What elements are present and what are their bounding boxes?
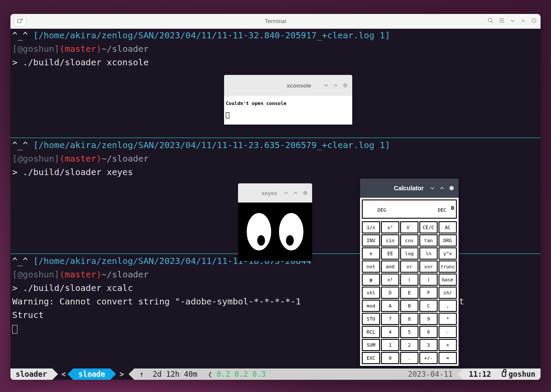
calc-btn-drg[interactable]: DRG	[439, 234, 457, 247]
calc-btn-3[interactable]: 3	[419, 339, 438, 351]
svg-point-7	[343, 83, 347, 88]
calc-btn-[interactable]: ö`	[400, 221, 418, 233]
calc-btn-8[interactable]: 8	[400, 313, 418, 325]
calc-btn-[interactable]: ,	[439, 300, 457, 312]
display-value: 0	[451, 201, 454, 215]
svg-rect-0	[17, 19, 21, 23]
status-prev[interactable]: <	[58, 368, 68, 380]
separator-icon	[68, 368, 73, 380]
calculator-display: 0 DEG DEC	[362, 199, 457, 219]
calc-btn-trunc[interactable]: trunc	[439, 260, 457, 273]
calc-btn-shl[interactable]: shl	[362, 287, 380, 299]
calc-btn-sum[interactable]: SUM	[362, 339, 380, 351]
calc-btn-6[interactable]: 6	[419, 326, 438, 338]
calc-btn-x[interactable]: x!	[381, 274, 399, 286]
calc-btn-or[interactable]: or	[400, 260, 418, 273]
calc-btn-7[interactable]: 7	[381, 313, 399, 325]
calc-btn-4[interactable]: 4	[381, 326, 399, 338]
calc-btn-1[interactable]: 1	[381, 339, 399, 351]
calc-btn-[interactable]: (	[400, 274, 418, 286]
close-icon[interactable]	[449, 186, 454, 191]
xconsole-window[interactable]: xconsole Couldn't open console	[224, 75, 352, 125]
calc-btn-mod[interactable]: mod	[362, 300, 380, 312]
calc-btn-cos[interactable]: cos	[400, 234, 418, 247]
terminal-window: Terminal ^_^ [/home/akira/zenlog/SAN/202…	[10, 14, 541, 380]
menu-icon[interactable]	[499, 17, 505, 25]
chevron-up-icon[interactable]	[520, 18, 526, 25]
calc-btn-rcl[interactable]: RCL	[362, 326, 380, 338]
calc-btn-log[interactable]: log	[400, 247, 418, 260]
chevron-up-icon[interactable]	[293, 190, 298, 196]
calc-btn-xor[interactable]: xor	[419, 260, 438, 273]
chevron-up-icon[interactable]	[333, 83, 338, 88]
calc-btn-sto[interactable]: STO	[362, 313, 380, 325]
pane-3[interactable]: ^_^ [/home/akira/zenlog/SAN/2023/04/11/1…	[10, 254, 541, 369]
chevron-down-icon[interactable]	[510, 18, 515, 25]
xconsole-titlebar[interactable]: xconsole	[224, 75, 352, 96]
calc-btn-b[interactable]: B	[400, 300, 418, 312]
new-tab-button[interactable]	[14, 16, 26, 27]
calculator-window[interactable]: Calculator 0 DEG DEC 1/xx²ö`CE/CACINVsin…	[360, 179, 459, 366]
uptime-arrow-icon: ↑	[139, 368, 144, 380]
cwd: ~/sloader	[102, 269, 149, 280]
chevron-up-icon[interactable]	[439, 186, 445, 191]
calc-btn-yx[interactable]: y^x	[439, 247, 457, 260]
calc-btn-ln[interactable]: ln	[419, 247, 438, 260]
calc-btn-d[interactable]: D	[381, 287, 399, 299]
calc-btn-sin[interactable]: sin	[381, 234, 399, 247]
calc-btn-[interactable]: +	[439, 339, 457, 351]
close-icon[interactable]	[531, 17, 537, 25]
calc-btn-[interactable]: -	[439, 326, 457, 338]
calc-btn-[interactable]: .	[400, 352, 418, 364]
mode-dec: DEC	[438, 203, 446, 217]
calc-btn-e[interactable]: E	[400, 287, 418, 299]
host: @goshun	[17, 44, 54, 54]
status-session[interactable]: sloader	[10, 368, 52, 380]
chevron-down-icon[interactable]	[283, 190, 289, 196]
xeyes-window[interactable]: xeyes	[238, 183, 312, 261]
terminal-body[interactable]: ^_^ [/home/akira/zenlog/SAN/2023/04/11/1…	[10, 29, 541, 380]
calc-btn-ac[interactable]: AC	[439, 221, 457, 233]
log-num: 1	[380, 30, 385, 41]
calc-btn-e[interactable]: e	[362, 247, 380, 260]
pane-divider[interactable]	[10, 138, 541, 138]
status-next[interactable]: >	[116, 368, 128, 380]
calc-btn-shr[interactable]: shr	[439, 287, 457, 299]
calc-btn-tan[interactable]: tan	[419, 234, 438, 247]
calc-btn-and[interactable]: and	[381, 260, 399, 273]
prompt-face: ^_^	[12, 140, 28, 150]
status-window-active[interactable]: sloade	[73, 368, 110, 380]
search-icon[interactable]	[487, 17, 493, 25]
calc-btn-9[interactable]: 9	[419, 313, 438, 325]
calc-btn-p[interactable]: p	[362, 274, 380, 286]
calc-btn-cec[interactable]: CE/C	[419, 221, 438, 233]
xeyes-titlebar[interactable]: xeyes	[238, 183, 312, 203]
calc-btn-0[interactable]: 0	[381, 352, 399, 364]
svg-point-10	[257, 235, 265, 246]
command: ./build/sloader xeyes	[23, 167, 133, 177]
calc-btn-exc[interactable]: EXC	[362, 352, 380, 364]
calc-btn-2[interactable]: 2	[400, 339, 418, 351]
calc-btn-inv[interactable]: INV	[362, 234, 380, 247]
xeyes-body	[238, 203, 312, 261]
calc-btn-[interactable]: )	[419, 274, 438, 286]
close-icon[interactable]	[303, 190, 308, 196]
close-icon[interactable]	[343, 83, 348, 88]
calc-btn-base[interactable]: base	[439, 274, 457, 286]
calc-btn-[interactable]: *	[439, 313, 457, 325]
calc-btn-[interactable]: =	[439, 352, 457, 364]
calc-btn-[interactable]: +/-	[419, 352, 438, 364]
chevron-down-icon[interactable]	[323, 83, 329, 88]
branch: master	[65, 44, 96, 54]
calc-btn-1x[interactable]: 1/x	[362, 221, 380, 233]
calc-btn-a[interactable]: A	[381, 300, 399, 312]
calculator-titlebar[interactable]: Calculator	[360, 179, 459, 198]
calc-btn-not[interactable]: not	[362, 260, 380, 273]
cwd: ~/sloader	[102, 44, 149, 54]
calc-btn-x[interactable]: x²	[381, 221, 399, 233]
calc-btn-f[interactable]: F	[419, 287, 438, 299]
chevron-down-icon[interactable]	[430, 186, 435, 191]
calc-btn-5[interactable]: 5	[400, 326, 418, 338]
calc-btn-c[interactable]: C	[419, 300, 438, 312]
calc-btn-ee[interactable]: EE	[381, 247, 399, 260]
